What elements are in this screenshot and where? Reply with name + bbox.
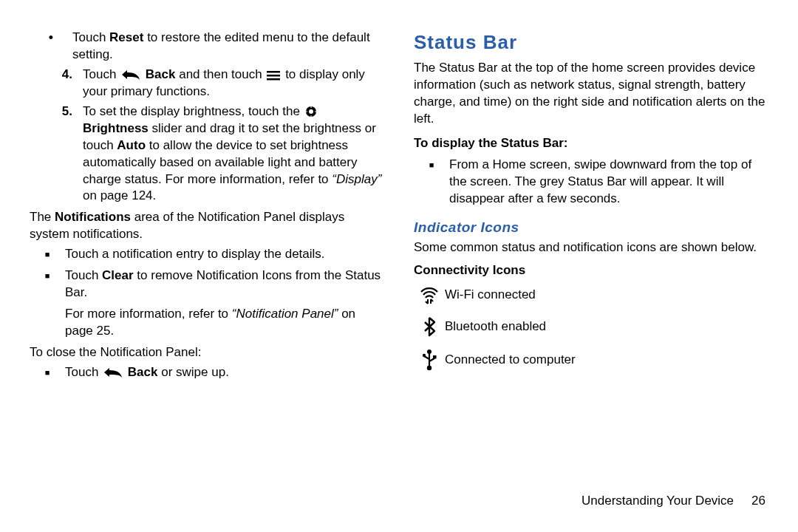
bluetooth-label: Bluetooth enabled xyxy=(445,318,768,335)
step-4: 4. Touch Back and then touch to display … xyxy=(30,66,384,100)
bullet-reset-text: Touch Reset to restore the edited menu t… xyxy=(72,30,384,64)
text: From a Home screen, swipe downward from … xyxy=(449,157,768,208)
bluetooth-icon xyxy=(414,316,445,337)
brightness-label: Brightness xyxy=(83,121,149,135)
indicator-icons-heading: Indicator Icons xyxy=(414,218,768,237)
gear-icon xyxy=(305,106,317,117)
row-usb: Connected to computer xyxy=(414,349,768,371)
step-4-text: Touch Back and then touch to display onl… xyxy=(83,66,384,100)
bullet-clear-text: Touch Clear to remove Notification Icons… xyxy=(65,267,384,301)
text: Touch a notification entry to display th… xyxy=(65,246,384,263)
indicator-icons-intro: Some common status and notification icon… xyxy=(414,239,768,256)
text: and then touch xyxy=(175,67,265,81)
wifi-icon xyxy=(414,285,445,304)
text: Touch xyxy=(65,365,102,379)
notification-panel-ref: “Notification Panel” xyxy=(232,307,338,321)
text: To set the display brightness, touch the xyxy=(83,104,304,118)
text: Touch xyxy=(65,268,102,282)
square-bullet-icon xyxy=(30,364,65,381)
left-column: Touch Reset to restore the edited menu t… xyxy=(30,30,384,532)
svg-point-12 xyxy=(423,354,426,357)
back-icon xyxy=(121,69,140,81)
step-number: 5. xyxy=(30,103,83,205)
bullet-back-swipe-text: Touch Back or swipe up. xyxy=(65,364,384,381)
text: Touch xyxy=(72,30,109,44)
bullet-display-status-bar: From a Home screen, swipe downward from … xyxy=(414,157,768,208)
notifications-area-text: The Notifications area of the Notificati… xyxy=(30,209,384,243)
row-bluetooth: Bluetooth enabled xyxy=(414,316,768,337)
display-ref: “Display” xyxy=(332,172,381,186)
bullet-reset: Touch Reset to restore the edited menu t… xyxy=(30,30,384,64)
text: Touch xyxy=(83,67,120,81)
text: or swipe up. xyxy=(157,365,228,379)
svg-point-4 xyxy=(309,109,313,114)
close-panel-text: To close the Notification Panel: xyxy=(30,344,384,361)
text: For more information, refer to xyxy=(65,307,232,321)
svg-rect-13 xyxy=(433,355,437,359)
reset-label: Reset xyxy=(109,30,143,44)
back-icon xyxy=(103,366,123,378)
connectivity-table: Wi-Fi connected Bluetooth enabled xyxy=(414,285,768,371)
step-5-text: To set the display brightness, touch the… xyxy=(83,103,384,205)
bullet-clear: Touch Clear to remove Notification Icons… xyxy=(30,267,384,301)
menu-icon xyxy=(267,69,280,79)
footer-page-number: 26 xyxy=(751,494,765,508)
svg-rect-1 xyxy=(267,75,280,77)
square-bullet-icon xyxy=(30,246,65,263)
status-bar-heading: Status Bar xyxy=(414,30,768,55)
status-bar-intro: The Status Bar at the top of the home sc… xyxy=(414,60,768,128)
footer-section: Understanding Your Device xyxy=(582,494,734,508)
connectivity-icons-heading: Connectivity Icons xyxy=(414,262,768,279)
usb-icon xyxy=(414,349,445,371)
step-5: 5. To set the display brightness, touch … xyxy=(30,103,384,205)
text: The xyxy=(30,210,55,224)
bullet-touch-details: Touch a notification entry to display th… xyxy=(30,246,384,263)
bullet-back-swipe: Touch Back or swipe up. xyxy=(30,364,384,381)
text: on page 124. xyxy=(83,188,156,202)
square-bullet-icon xyxy=(30,267,65,301)
notifications-label: Notifications xyxy=(55,210,131,224)
page-footer: Understanding Your Device26 xyxy=(582,494,765,508)
to-display-heading: To display the Status Bar: xyxy=(414,135,768,152)
svg-rect-0 xyxy=(267,71,280,73)
back-label: Back xyxy=(146,67,176,81)
step-number: 4. xyxy=(30,66,83,100)
square-bullet-icon xyxy=(414,157,449,208)
svg-point-11 xyxy=(427,366,432,370)
wifi-label: Wi-Fi connected xyxy=(445,287,768,304)
clear-label: Clear xyxy=(102,268,134,282)
svg-rect-2 xyxy=(267,78,280,81)
bullet-marker xyxy=(30,30,72,64)
right-column: Status Bar The Status Bar at the top of … xyxy=(414,30,768,532)
back-label: Back xyxy=(128,365,158,379)
more-info-text: For more information, refer to “Notifica… xyxy=(65,306,384,340)
auto-label: Auto xyxy=(117,138,146,152)
usb-label: Connected to computer xyxy=(445,352,768,369)
row-wifi: Wi-Fi connected xyxy=(414,285,768,304)
